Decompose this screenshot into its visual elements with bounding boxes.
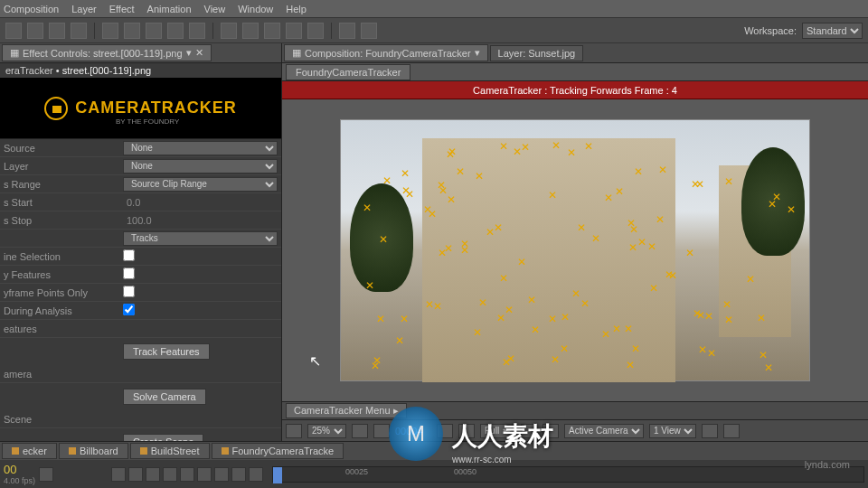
track-point-icon	[521, 144, 528, 151]
pixel-aspect-icon[interactable]	[702, 424, 718, 438]
menu-view[interactable]: View	[204, 4, 226, 14]
footage-preview	[340, 119, 810, 381]
snap-icon[interactable]	[361, 23, 377, 39]
subtab-comp[interactable]: FoundryCameraTracker	[286, 64, 410, 80]
prop-start-value[interactable]: 0.0	[123, 197, 278, 208]
view-select[interactable]: 1 View	[649, 424, 696, 438]
prop-yframe-check[interactable]	[123, 286, 135, 297]
track-point-icon	[591, 235, 599, 242]
separator	[94, 23, 95, 39]
prop-during-check[interactable]	[123, 304, 135, 315]
grid-icon[interactable]	[286, 424, 302, 438]
shy-icon[interactable]	[111, 467, 126, 482]
graph-icon[interactable]	[163, 467, 177, 482]
effect-controls-panel: ▦ Effect Controls: street.[000-119].png …	[0, 43, 282, 441]
track-point-icon	[496, 314, 504, 322]
watermark-logo-icon: M	[389, 407, 443, 461]
camera-tool-icon[interactable]	[102, 23, 118, 39]
target-icon[interactable]	[373, 424, 390, 438]
selection-tool-icon[interactable]	[5, 23, 22, 39]
tab-effect-controls[interactable]: ▦ Effect Controls: street.[000-119].png …	[2, 44, 212, 61]
pen-tool-icon[interactable]	[167, 23, 184, 39]
prop-ine-check[interactable]	[123, 249, 135, 261]
prop-range-select[interactable]: Source Clip Range	[123, 177, 278, 192]
composition-viewer[interactable]: ↖	[282, 99, 868, 401]
rect-tool-icon[interactable]	[146, 23, 162, 39]
blur-icon[interactable]	[146, 467, 160, 482]
menu-layer[interactable]: Layer	[71, 4, 97, 14]
track-point-icon	[560, 345, 567, 352]
camera-select[interactable]: Active Camera	[564, 424, 644, 438]
timecode-display[interactable]: 00	[4, 463, 35, 476]
3d-icon[interactable]	[231, 467, 246, 482]
tab-layer[interactable]: Layer: Sunset.jpg	[490, 45, 584, 61]
track-point-icon	[551, 356, 558, 363]
brush-tool-icon[interactable]	[221, 23, 237, 39]
track-point-icon	[665, 271, 672, 278]
tab-composition[interactable]: ▦ Composition: FoundryCameraTracker ▾	[284, 44, 488, 61]
res-icon[interactable]	[352, 424, 368, 438]
eraser-tool-icon[interactable]	[264, 23, 280, 39]
pan-behind-tool-icon[interactable]	[124, 23, 140, 39]
color-swatch-icon	[12, 447, 19, 455]
dropdown-icon[interactable]: ▾	[186, 47, 192, 59]
rotate-tool-icon[interactable]	[71, 23, 87, 39]
track-point-icon	[395, 337, 402, 344]
prop-layer-select[interactable]: None	[123, 159, 278, 174]
track-point-icon	[707, 350, 714, 357]
frame-blend-icon[interactable]	[214, 467, 229, 482]
menu-window[interactable]: Window	[238, 4, 273, 14]
hand-tool-icon[interactable]	[27, 23, 43, 39]
crumb-comp[interactable]: eraTracker	[5, 65, 53, 76]
track-point-icon	[548, 192, 555, 199]
menu-composition[interactable]: Composition	[4, 4, 59, 14]
track-point-icon	[405, 191, 412, 198]
menu-effect[interactable]: Effect	[109, 4, 135, 14]
text-tool-icon[interactable]	[189, 23, 205, 39]
create-scene-button[interactable]: Create Scene	[123, 434, 203, 441]
time-ruler[interactable]: 00025 00050	[272, 466, 864, 483]
track-point-icon	[571, 290, 579, 297]
shader-icon: ▦	[10, 47, 19, 59]
dropdown-icon[interactable]: ▾	[475, 47, 480, 59]
effect-icon[interactable]	[197, 467, 212, 482]
prop-tracks-select[interactable]: Tracks	[123, 231, 278, 246]
snap-timeline-icon[interactable]	[180, 467, 194, 482]
timeline-tab[interactable]: ecker	[2, 443, 57, 459]
search-icon[interactable]	[39, 467, 53, 482]
stamp-tool-icon[interactable]	[242, 23, 259, 39]
track-point-icon	[647, 243, 655, 250]
prop-yfeat-check[interactable]	[123, 267, 135, 279]
track-point-icon	[746, 276, 753, 283]
ruler-tick: 00050	[454, 467, 476, 476]
fast-preview-icon[interactable]	[723, 424, 740, 438]
track-features-button[interactable]: Track Features	[123, 343, 210, 360]
menu-help[interactable]: Help	[286, 4, 307, 14]
menu-animation[interactable]: Animation	[147, 4, 192, 14]
cameratracker-menu-bar: CameraTracker Menu ▸	[282, 401, 868, 419]
close-icon[interactable]: ✕	[195, 47, 203, 59]
track-point-icon	[475, 173, 482, 180]
roto-tool-icon[interactable]	[286, 23, 302, 39]
axis-icon[interactable]	[339, 23, 355, 39]
switch-icon[interactable]	[128, 467, 143, 482]
zoom-tool-icon[interactable]	[49, 23, 65, 39]
puppet-tool-icon[interactable]	[307, 23, 324, 39]
track-point-icon	[772, 193, 779, 201]
playhead[interactable]	[273, 467, 282, 483]
prop-stop-label: s Stop	[4, 215, 123, 226]
collapse-icon[interactable]	[249, 467, 263, 482]
timeline-tab[interactable]: FoundryCameraTracke	[212, 443, 344, 459]
track-point-icon	[506, 355, 514, 362]
crumb-layer[interactable]: street.[000-119].png	[62, 65, 151, 76]
timeline-tab[interactable]: Billboard	[59, 443, 128, 459]
prop-source-select[interactable]: None	[123, 141, 278, 155]
track-point-icon	[577, 224, 584, 231]
solve-camera-button[interactable]: Solve Camera	[123, 389, 206, 405]
cameratracker-menu-button[interactable]: CameraTracker Menu ▸	[286, 403, 407, 418]
workspace-dropdown[interactable]: Standard	[802, 23, 863, 39]
prop-stop-value[interactable]: 100.0	[123, 215, 278, 226]
zoom-select[interactable]: 25%	[307, 424, 346, 438]
timeline-tab[interactable]: BuildStreet	[130, 443, 210, 459]
track-point-icon	[561, 314, 568, 321]
